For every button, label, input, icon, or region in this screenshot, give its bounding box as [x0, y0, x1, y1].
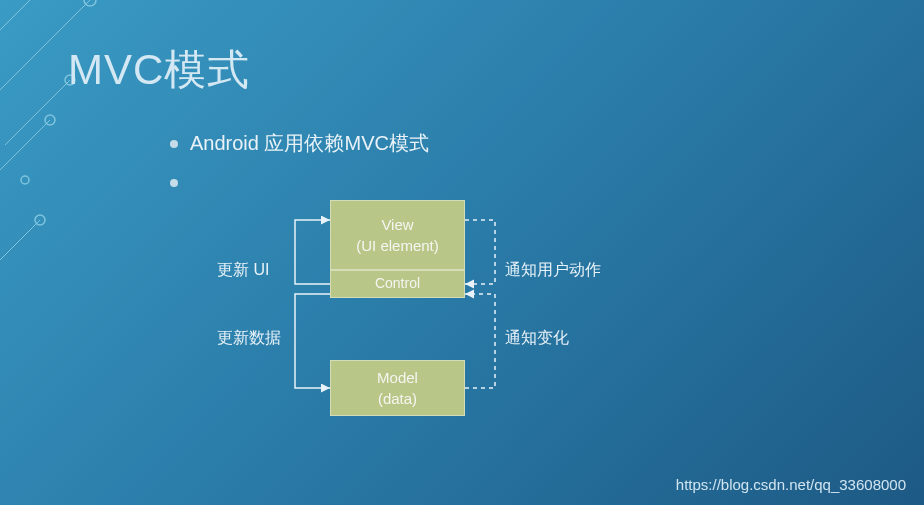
svg-line-3	[0, 120, 50, 200]
model-box-title: Model	[377, 367, 418, 388]
view-box-title: View	[381, 214, 413, 235]
view-box: View (UI element)	[330, 200, 465, 270]
bullet-item: Android 应用依赖MVC模式	[170, 130, 429, 157]
control-box: Control	[330, 270, 465, 298]
bullet-text: Android 应用依赖MVC模式	[190, 130, 429, 157]
slide-title: MVC模式	[68, 42, 250, 98]
bullet-dot-icon	[170, 179, 178, 187]
bullet-item	[170, 179, 429, 187]
control-box-label: Control	[375, 274, 420, 294]
mvc-diagram: View (UI element) Control Model (data) 更…	[195, 200, 755, 450]
label-update-data: 更新数据	[217, 328, 281, 349]
label-update-ui: 更新 UI	[217, 260, 269, 281]
svg-line-0	[0, 0, 60, 50]
svg-point-6	[84, 0, 96, 6]
svg-line-4	[0, 220, 40, 260]
diagram-arrows	[195, 200, 755, 450]
model-box-subtitle: (data)	[378, 388, 417, 409]
svg-point-8	[45, 115, 55, 125]
watermark-url: https://blog.csdn.net/qq_33608000	[676, 476, 906, 493]
label-notify-change: 通知变化	[505, 328, 569, 349]
view-box-subtitle: (UI element)	[356, 235, 439, 256]
svg-point-9	[35, 215, 45, 225]
label-notify-action: 通知用户动作	[505, 260, 601, 281]
bullet-list: Android 应用依赖MVC模式	[170, 130, 429, 209]
svg-point-10	[21, 176, 29, 184]
bullet-dot-icon	[170, 140, 178, 148]
svg-line-2	[5, 80, 70, 145]
model-box: Model (data)	[330, 360, 465, 416]
